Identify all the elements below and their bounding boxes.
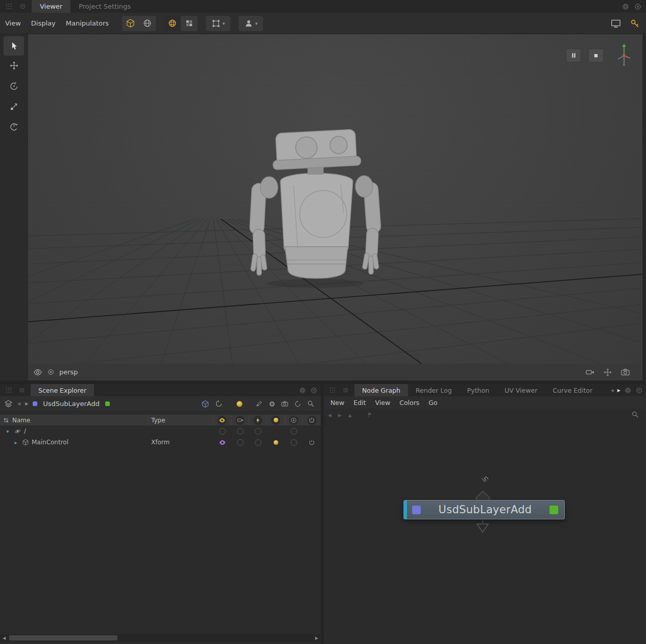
shading-toggle[interactable] <box>267 437 285 448</box>
collapse-arrow-icon[interactable]: ▸ <box>12 440 19 445</box>
tab-scroll-right-icon[interactable]: ▶ <box>617 388 620 393</box>
node-graph-canvas[interactable]: ◀ ▶ ▲ in UsdSubLayerAdd <box>324 409 646 644</box>
activation-toggle[interactable] <box>303 437 321 448</box>
column-name[interactable]: Name <box>0 415 148 425</box>
layout-quads-button[interactable] <box>181 16 198 31</box>
key-icon[interactable] <box>630 18 640 29</box>
pane-target-icon[interactable] <box>19 3 27 10</box>
render-ball-icon[interactable] <box>235 400 244 408</box>
tab-project-settings[interactable]: Project Settings <box>70 0 139 13</box>
pane-target-icon[interactable] <box>18 387 26 394</box>
rotate-tool-button[interactable] <box>4 76 24 96</box>
render-camera-icon[interactable] <box>585 367 595 377</box>
close-pane-icon[interactable] <box>310 387 318 394</box>
node-input-square[interactable] <box>412 506 421 514</box>
pane-grip-icon[interactable] <box>5 3 13 10</box>
pause-button[interactable] <box>566 49 581 62</box>
capture-camera-icon[interactable] <box>620 367 630 377</box>
history-forward-icon[interactable]: ▶ <box>25 401 28 406</box>
axis-gizmo[interactable] <box>613 41 635 70</box>
pane-grip-icon[interactable] <box>329 387 336 394</box>
menu-view[interactable]: View <box>370 399 395 407</box>
refresh-icon[interactable] <box>294 400 301 408</box>
column-type[interactable]: Type <box>148 415 213 425</box>
table-row-root[interactable]: ▾ / <box>0 425 321 437</box>
node-output-square[interactable] <box>549 506 558 514</box>
pane-grip-icon[interactable] <box>5 387 12 394</box>
maximize-pane-icon[interactable] <box>624 387 632 394</box>
column-shading[interactable] <box>267 415 285 425</box>
sync-icon[interactable] <box>215 400 223 408</box>
select-tool-button[interactable] <box>4 36 24 56</box>
horizontal-splitter[interactable] <box>0 380 646 384</box>
history-back-icon[interactable]: ◀ <box>17 401 20 406</box>
tab-render-log[interactable]: Render Log <box>408 384 460 396</box>
scrollbar-thumb[interactable] <box>9 635 117 640</box>
menu-manipulators[interactable]: Manipulators <box>61 19 114 27</box>
wireframe-sphere-button[interactable] <box>164 16 181 31</box>
scrollbar-track[interactable] <box>8 634 313 641</box>
table-row-maincontrol[interactable]: ▸ MainControl Xform <box>0 437 321 448</box>
shading-toggle[interactable] <box>267 425 285 437</box>
camera-name-label[interactable]: persp <box>59 368 78 376</box>
camera-toggle[interactable] <box>231 425 249 437</box>
horizontal-scrollbar[interactable]: ◀ ▶ <box>0 634 321 641</box>
expand-arrow-icon[interactable]: ▾ <box>4 428 11 434</box>
menu-view[interactable]: View <box>0 19 26 27</box>
eye-icon[interactable] <box>33 368 42 377</box>
globe-button[interactable] <box>139 16 156 31</box>
layers-icon[interactable] <box>4 399 13 408</box>
menu-display[interactable]: Display <box>26 19 61 27</box>
tab-node-graph[interactable]: Node Graph <box>354 384 408 396</box>
pan-icon[interactable] <box>603 368 612 377</box>
nav-forward-icon[interactable]: ▶ <box>338 413 342 418</box>
shaded-cube-button[interactable] <box>122 16 139 31</box>
nav-up-icon[interactable]: ▲ <box>348 413 352 418</box>
column-activation[interactable] <box>303 415 321 425</box>
monitor-icon[interactable] <box>610 18 621 29</box>
load-toggle[interactable] <box>285 437 303 448</box>
search-icon[interactable] <box>307 400 315 408</box>
column-dynamics[interactable] <box>249 415 267 425</box>
stop-button[interactable] <box>588 49 604 62</box>
maximize-pane-icon[interactable] <box>621 3 630 11</box>
blue-cube-icon[interactable] <box>201 400 209 408</box>
tab-curve-editor[interactable]: Curve Editor <box>545 384 600 396</box>
tab-viewer[interactable]: Viewer <box>32 0 70 13</box>
camera-toggle[interactable] <box>231 437 249 448</box>
tab-scene-explorer[interactable]: Scene Explorer <box>31 384 94 396</box>
close-pane-icon[interactable] <box>635 387 643 394</box>
scroll-left-icon[interactable]: ◀ <box>0 634 8 641</box>
translate-tool-button[interactable] <box>4 56 24 75</box>
scroll-right-icon[interactable]: ▶ <box>313 634 321 641</box>
bookmark-flag-icon[interactable] <box>367 412 373 418</box>
tab-scroll-left-icon[interactable]: ◀ <box>611 388 614 393</box>
dynamics-toggle[interactable] <box>249 437 267 448</box>
3d-viewport[interactable] <box>28 34 642 364</box>
menu-colors[interactable]: Colors <box>395 399 424 407</box>
column-camera[interactable] <box>231 415 249 425</box>
visibility-toggle[interactable] <box>213 425 231 437</box>
close-pane-icon[interactable] <box>634 3 642 11</box>
load-toggle[interactable] <box>285 425 303 437</box>
column-visibility[interactable] <box>213 415 231 425</box>
pane-target-icon[interactable] <box>342 387 349 394</box>
activation-toggle[interactable] <box>303 425 321 437</box>
maximize-pane-icon[interactable] <box>299 387 306 394</box>
node-usdsublayeradd[interactable]: UsdSubLayerAdd <box>403 500 565 519</box>
nav-back-icon[interactable]: ◀ <box>328 413 331 418</box>
orient-tool-button[interactable] <box>4 117 24 136</box>
menu-go[interactable]: Go <box>424 399 442 407</box>
search-icon[interactable] <box>631 411 639 418</box>
camera-icon[interactable] <box>281 400 289 408</box>
aperture-icon[interactable] <box>47 368 55 376</box>
menu-new[interactable]: New <box>326 399 349 407</box>
column-load[interactable] <box>285 415 303 425</box>
scale-tool-button[interactable] <box>4 97 24 116</box>
region-frame-button[interactable]: ▾ <box>206 16 230 31</box>
edit-pencil-icon[interactable] <box>255 400 263 408</box>
pose-button[interactable]: ▾ <box>238 16 263 31</box>
tab-uv-viewer[interactable]: UV Viewer <box>497 384 545 396</box>
current-node-label[interactable]: UsdSubLayerAdd <box>43 400 100 408</box>
output-port-arrow[interactable] <box>474 520 491 534</box>
